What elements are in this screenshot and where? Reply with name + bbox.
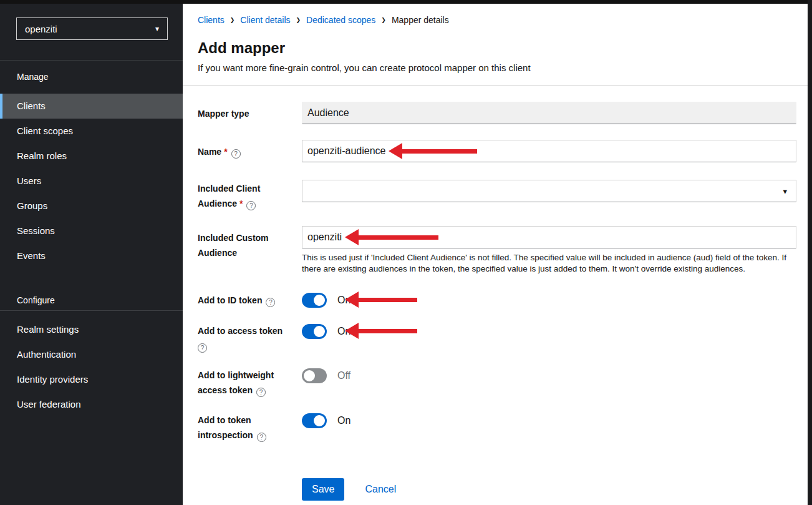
- sidebar-item-identity-providers[interactable]: Identity providers: [0, 367, 183, 392]
- add-to-lightweight-access-token-toggle[interactable]: [302, 368, 327, 383]
- form-actions: Save Cancel: [302, 478, 396, 501]
- included-custom-audience-helper-text: This is used just if 'Included Client Au…: [302, 252, 796, 274]
- help-icon[interactable]: ?: [256, 388, 266, 397]
- included-client-audience-label: Included Client Audience*?: [198, 181, 300, 211]
- add-to-token-introspection-label: Add to token introspection?: [198, 413, 300, 443]
- help-icon[interactable]: ?: [198, 343, 207, 353]
- chevron-right-icon: ❯: [381, 17, 386, 23]
- sidebar-item-groups[interactable]: Groups: [0, 194, 183, 218]
- nav-manage: Clients Client scopes Realm roles Users …: [0, 94, 183, 268]
- nav-group-title-manage: Manage: [17, 72, 49, 82]
- chevron-right-icon: ❯: [230, 17, 235, 23]
- add-to-id-token-label: Add to ID token?: [198, 295, 300, 307]
- included-client-audience-select[interactable]: ▾: [302, 180, 796, 202]
- add-to-access-token-toggle[interactable]: [302, 324, 327, 339]
- toggle-knob: [314, 295, 325, 306]
- included-custom-audience-input[interactable]: [302, 226, 796, 248]
- nav-group-title-configure: Configure: [17, 295, 55, 305]
- help-icon[interactable]: ?: [266, 298, 275, 307]
- sidebar-item-users[interactable]: Users: [0, 169, 183, 194]
- sidebar-divider: [0, 310, 183, 311]
- breadcrumb-client-details[interactable]: Client details: [240, 15, 290, 25]
- sidebar: openziti ▾ Manage Clients Client scopes …: [0, 0, 183, 505]
- main-content: Clients ❯ Client details ❯ Dedicated sco…: [183, 4, 808, 505]
- page-subtitle: If you want more fine-grain control, you…: [198, 62, 531, 73]
- help-icon[interactable]: ?: [231, 149, 241, 159]
- breadcrumb-mapper-details: Mapper details: [392, 15, 449, 25]
- realm-selector[interactable]: openziti ▾: [16, 17, 168, 40]
- header-divider: [183, 85, 808, 86]
- save-button[interactable]: Save: [302, 478, 344, 501]
- breadcrumb-dedicated-scopes[interactable]: Dedicated scopes: [306, 15, 375, 25]
- sidebar-item-authentication[interactable]: Authentication: [0, 342, 183, 367]
- add-to-id-token-toggle[interactable]: [302, 293, 327, 308]
- masthead-strip: [0, 0, 812, 4]
- breadcrumb-clients[interactable]: Clients: [198, 15, 225, 25]
- sidebar-item-realm-settings[interactable]: Realm settings: [0, 317, 183, 342]
- add-to-access-token-label: Add to access token ?: [198, 323, 300, 353]
- annotation-arrow-id-token: [345, 292, 417, 308]
- name-input[interactable]: [302, 140, 796, 162]
- name-label: Name*?: [198, 146, 300, 159]
- sidebar-item-user-federation[interactable]: User federation: [0, 392, 183, 417]
- page-title: Add mapper: [198, 39, 285, 57]
- nav-configure: Realm settings Authentication Identity p…: [0, 317, 183, 417]
- page-scrollbar[interactable]: [808, 0, 812, 505]
- sidebar-item-client-scopes[interactable]: Client scopes: [0, 119, 183, 144]
- add-to-id-token-state: On: [337, 295, 350, 306]
- add-to-token-introspection-state: On: [337, 415, 350, 426]
- included-custom-audience-label: Included Custom Audience: [198, 230, 300, 260]
- sidebar-item-events[interactable]: Events: [0, 243, 183, 268]
- caret-down-icon: ▾: [783, 187, 787, 196]
- sidebar-item-realm-roles[interactable]: Realm roles: [0, 144, 183, 169]
- realm-selector-value: openziti: [25, 24, 57, 34]
- breadcrumb: Clients ❯ Client details ❯ Dedicated sco…: [198, 15, 449, 25]
- required-asterisk: *: [224, 147, 227, 157]
- caret-down-icon: ▾: [155, 24, 159, 33]
- annotation-arrow-access-token: [345, 323, 417, 339]
- toggle-knob: [304, 370, 315, 381]
- mapper-type-input[interactable]: [302, 102, 796, 124]
- sidebar-item-clients[interactable]: Clients: [0, 94, 183, 119]
- add-to-lightweight-access-token-label: Add to lightweight access token?: [198, 368, 300, 398]
- mapper-type-label: Mapper type: [198, 108, 300, 119]
- help-icon[interactable]: ?: [257, 433, 266, 442]
- toggle-knob: [314, 415, 325, 426]
- required-asterisk: *: [239, 199, 243, 208]
- add-to-token-introspection-toggle[interactable]: [302, 413, 327, 428]
- sidebar-divider: [0, 60, 183, 61]
- sidebar-item-sessions[interactable]: Sessions: [0, 218, 183, 243]
- toggle-knob: [314, 326, 325, 337]
- add-to-access-token-state: On: [337, 326, 350, 337]
- help-icon[interactable]: ?: [246, 201, 256, 210]
- cancel-link[interactable]: Cancel: [365, 484, 396, 495]
- chevron-right-icon: ❯: [296, 17, 301, 23]
- add-to-lightweight-access-token-state: Off: [337, 370, 350, 381]
